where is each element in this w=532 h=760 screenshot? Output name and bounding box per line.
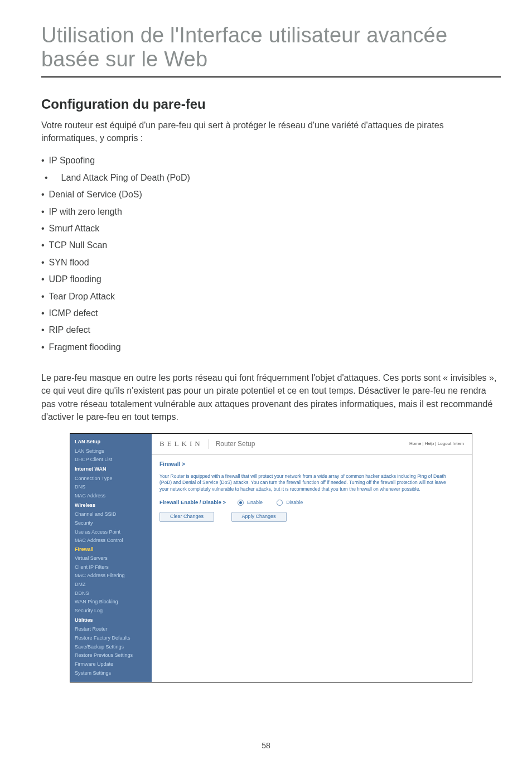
list-item: •Land Attack Ping of Death (PoD) bbox=[41, 170, 501, 186]
sidebar-item[interactable]: LAN Settings bbox=[70, 447, 152, 456]
toggle-label: Firewall Enable / Disable > bbox=[159, 499, 226, 506]
body-paragraph: Le pare-feu masque en outre les ports ré… bbox=[41, 371, 501, 423]
sidebar-item[interactable]: MAC Address bbox=[70, 492, 152, 501]
firewall-desc: Your Router is equipped with a firewall … bbox=[159, 473, 449, 492]
sidebar-item[interactable]: DMZ bbox=[70, 580, 152, 589]
sidebar-item[interactable]: Restore Factory Defaults bbox=[70, 634, 152, 643]
title-underline bbox=[41, 76, 501, 78]
sidebar-group-utilities[interactable]: Utilities bbox=[70, 616, 152, 626]
sidebar-item[interactable]: Use as Access Point bbox=[70, 528, 152, 537]
apply-changes-button[interactable]: Apply Changes bbox=[231, 512, 287, 522]
firewall-toggle-row: Firewall Enable / Disable > Enable Disab… bbox=[159, 499, 464, 506]
radio-disable-label[interactable]: Disable bbox=[286, 500, 303, 505]
sidebar-item[interactable]: DNS bbox=[70, 483, 152, 492]
sidebar-item[interactable]: MAC Address Filtering bbox=[70, 572, 152, 580]
page-number: 58 bbox=[0, 741, 532, 750]
document-page: Utilisation de l'Interface utilisateur a… bbox=[0, 0, 532, 760]
list-item: •SYN flood bbox=[41, 254, 501, 271]
sidebar-group-wan[interactable]: Internet WAN bbox=[70, 464, 152, 475]
sidebar-item[interactable]: DDNS bbox=[70, 589, 152, 598]
list-item: •Tear Drop Attack bbox=[41, 288, 501, 305]
list-item: •RIP defect bbox=[41, 322, 501, 338]
sidebar-item[interactable]: Firmware Update bbox=[70, 660, 152, 669]
router-main: BELKIN Router Setup Home | Help | Logout… bbox=[152, 434, 472, 682]
sidebar-group-firewall[interactable]: Firewall bbox=[70, 545, 152, 554]
top-links[interactable]: Home | Help | Logout Intern bbox=[409, 441, 464, 447]
intro-paragraph: Votre routeur est équipé d'un pare-feu q… bbox=[41, 119, 501, 144]
list-item: •IP Spoofing bbox=[41, 152, 501, 169]
radio-disable[interactable] bbox=[277, 500, 283, 506]
sidebar-item[interactable]: Security Log bbox=[70, 607, 152, 616]
sidebar-item[interactable]: Client IP Filters bbox=[70, 563, 152, 572]
title-line-2: basée sur le Web bbox=[41, 47, 207, 71]
page-title: Utilisation de l'Interface utilisateur a… bbox=[41, 23, 501, 71]
radio-enable-label[interactable]: Enable bbox=[247, 500, 263, 505]
router-sidebar: LAN Setup LAN Settings DHCP Client List … bbox=[70, 434, 152, 682]
router-header: BELKIN Router Setup Home | Help | Logout… bbox=[152, 434, 472, 455]
sidebar-item[interactable]: System Settings bbox=[70, 669, 152, 678]
router-admin-screenshot: LAN Setup LAN Settings DHCP Client List … bbox=[70, 433, 472, 683]
sidebar-item[interactable]: DHCP Client List bbox=[70, 456, 152, 464]
breadcrumb: Firewall > bbox=[159, 461, 464, 468]
list-item: •IP with zero length bbox=[41, 204, 501, 220]
radio-enable[interactable] bbox=[238, 500, 244, 506]
list-item: •UDP flooding bbox=[41, 271, 501, 288]
title-line-1: Utilisation de l'Interface utilisateur a… bbox=[41, 23, 447, 47]
list-item: •Smurf Attack bbox=[41, 220, 501, 237]
section-heading: Configuration du pare-feu bbox=[41, 96, 501, 112]
sidebar-item[interactable]: Restart Router bbox=[70, 625, 152, 634]
sidebar-group-wireless[interactable]: Wireless bbox=[70, 501, 152, 511]
sidebar-item[interactable]: WAN Ping Blocking bbox=[70, 598, 152, 607]
brand-logo: BELKIN bbox=[159, 439, 209, 449]
list-item: •Fragment flooding bbox=[41, 339, 501, 356]
sidebar-item[interactable]: MAC Address Control bbox=[70, 536, 152, 545]
button-row: Clear Changes Apply Changes bbox=[159, 512, 464, 522]
list-item: •Denial of Service (DoS) bbox=[41, 186, 501, 203]
sidebar-item[interactable]: Save/Backup Settings bbox=[70, 643, 152, 652]
sidebar-item[interactable]: Restore Previous Settings bbox=[70, 651, 152, 660]
attack-list: •IP Spoofing •Land Attack Ping of Death … bbox=[41, 152, 501, 356]
sidebar-item[interactable]: Channel and SSID bbox=[70, 510, 152, 519]
sidebar-item[interactable]: Virtual Servers bbox=[70, 554, 152, 563]
sidebar-group-lan[interactable]: LAN Setup bbox=[70, 437, 152, 447]
clear-changes-button[interactable]: Clear Changes bbox=[159, 512, 214, 522]
router-content: Firewall > Your Router is equipped with … bbox=[152, 455, 472, 527]
list-item: •TCP Null Scan bbox=[41, 237, 501, 254]
sidebar-item[interactable]: Security bbox=[70, 519, 152, 528]
list-item: •ICMP defect bbox=[41, 305, 501, 322]
sidebar-item[interactable]: Connection Type bbox=[70, 475, 152, 483]
router-title: Router Setup bbox=[209, 440, 409, 449]
